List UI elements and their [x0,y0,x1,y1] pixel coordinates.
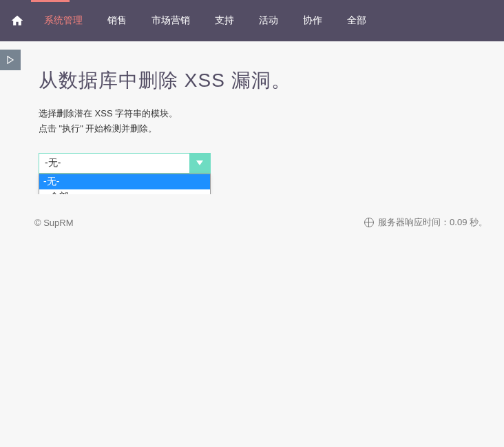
select-value: -无- [39,157,189,169]
main-content: 从数据库中删除 XSS 漏洞。 选择删除潜在 XSS 字符串的模块。 点击 "执… [0,67,504,194]
select-field[interactable]: -无- [39,153,211,174]
nav-item[interactable]: 协作 [291,14,335,27]
module-select[interactable]: -无- -无---全部--AM_ProjectTemplatesAOBH_Bus… [39,153,211,174]
nav-item[interactable]: 活动 [246,14,291,27]
page-title: 从数据库中删除 XSS 漏洞。 [39,67,465,94]
nav-item[interactable]: 市场营销 [139,14,202,27]
dropdown-inner[interactable]: -无---全部--AM_ProjectTemplatesAOBH_Busines… [39,174,210,194]
nav-items: 系统管理销售市场营销支持活动协作全部 [32,14,379,27]
nav-item[interactable]: 销售 [95,14,139,27]
svg-marker-1 [196,160,203,165]
svg-marker-0 [8,56,13,64]
dropdown-option[interactable]: --全部-- [39,189,210,194]
dropdown-arrow-icon[interactable] [189,153,210,174]
page-description: 选择删除潜在 XSS 字符串的模块。 点击 "执行" 开始检测并删除。 [39,106,465,136]
dropdown-option[interactable]: -无- [39,174,210,189]
run-button[interactable] [0,50,21,70]
desc-line2: 点击 "执行" 开始检测并删除。 [39,121,465,136]
dropdown-list: -无---全部--AM_ProjectTemplatesAOBH_Busines… [39,174,211,194]
home-icon[interactable] [10,14,25,28]
top-nav: 系统管理销售市场营销支持活动协作全部 [0,0,504,41]
play-icon [6,55,15,65]
nav-item[interactable]: 支持 [202,14,246,27]
nav-item[interactable]: 全部 [335,14,379,27]
desc-line1: 选择删除潜在 XSS 字符串的模块。 [39,106,465,121]
nav-accent [31,0,70,2]
nav-item[interactable]: 系统管理 [32,14,95,27]
